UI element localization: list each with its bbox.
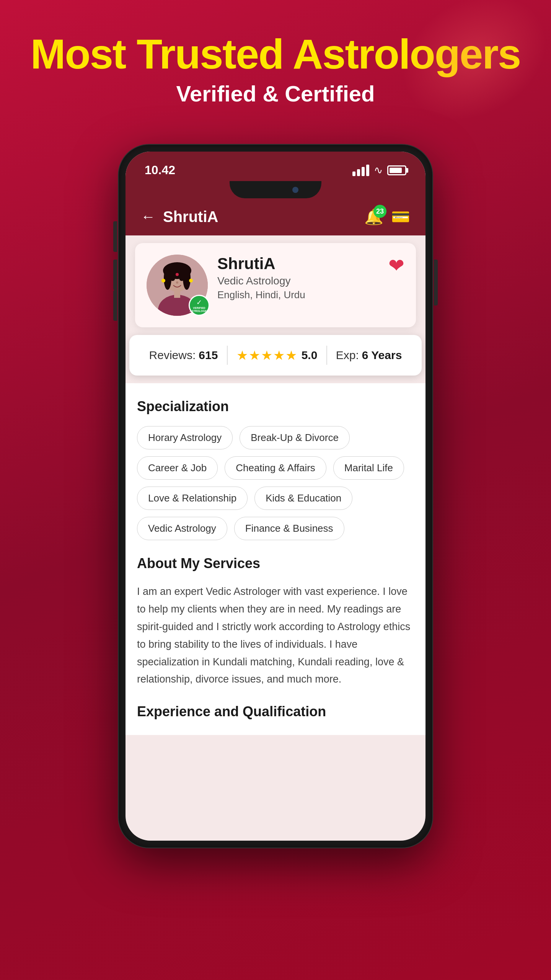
profile-info: ShrutiA Vedic Astrology English, Hindi, … bbox=[217, 255, 404, 301]
status-bar: 10.42 ∿ bbox=[126, 152, 425, 185]
phone-notch bbox=[230, 181, 321, 198]
astrologer-languages: English, Hindi, Urdu bbox=[217, 289, 305, 301]
svg-point-11 bbox=[161, 279, 165, 283]
hero-subtitle: Verified & Certified bbox=[0, 81, 551, 106]
svg-point-5 bbox=[183, 267, 191, 290]
tag-horary[interactable]: Horary Astrology bbox=[137, 426, 233, 449]
tag-career[interactable]: Career & Job bbox=[137, 456, 218, 480]
status-time: 10.42 bbox=[145, 163, 175, 177]
header-right: 🔔 23 💳 bbox=[364, 208, 410, 226]
exp-label: Exp: bbox=[336, 349, 359, 362]
wifi-icon: ∿ bbox=[374, 164, 383, 176]
svg-point-6 bbox=[176, 273, 179, 276]
star-rating: ★★★★★ bbox=[236, 348, 298, 363]
status-icons: ∿ bbox=[352, 164, 406, 176]
notification-badge: 23 bbox=[373, 205, 386, 218]
content-area: Specialization Horary Astrology Break-Up… bbox=[126, 383, 425, 735]
about-section: About My Services I am an expert Vedic A… bbox=[137, 555, 414, 688]
tag-cheating[interactable]: Cheating & Affairs bbox=[225, 456, 326, 480]
divider bbox=[227, 346, 228, 365]
signal-icon bbox=[352, 165, 369, 176]
tag-love[interactable]: Love & Relationship bbox=[137, 487, 248, 510]
phone-screen: 10.42 ∿ ← bbox=[126, 152, 425, 841]
svg-rect-10 bbox=[174, 290, 180, 298]
back-button[interactable]: ← bbox=[141, 209, 155, 225]
about-title: About My Services bbox=[137, 555, 414, 572]
reviews-section: Reviews: 615 bbox=[149, 349, 218, 362]
tag-marital[interactable]: Marital Life bbox=[333, 456, 404, 480]
about-text: I am an expert Vedic Astrologer with vas… bbox=[137, 583, 414, 688]
divider-2 bbox=[326, 346, 327, 365]
reviews-bar: Reviews: 615 ★★★★★ 5.0 Exp: 6 Years bbox=[129, 335, 422, 376]
wallet-icon[interactable]: 💳 bbox=[391, 208, 410, 226]
tag-kids[interactable]: Kids & Education bbox=[254, 487, 352, 510]
phone-frame: 10.42 ∿ ← bbox=[119, 145, 432, 848]
hero-title: Most Trusted Astrologers bbox=[0, 31, 551, 77]
rating-section: ★★★★★ 5.0 bbox=[236, 348, 318, 363]
svg-point-4 bbox=[164, 267, 171, 290]
experience-section: Exp: 6 Years bbox=[336, 349, 402, 362]
app-header: ← ShrutiA 🔔 23 💳 bbox=[126, 200, 425, 235]
header-title: ShrutiA bbox=[163, 208, 218, 225]
tag-vedic[interactable]: Vedic Astrology bbox=[137, 517, 227, 540]
specialization-tags: Horary Astrology Break-Up & Divorce Care… bbox=[137, 426, 414, 540]
profile-avatar: ✓ VERIFIEDASTROLOGER bbox=[147, 255, 208, 316]
verified-badge: ✓ VERIFIEDASTROLOGER bbox=[189, 295, 210, 316]
header-left: ← ShrutiA bbox=[141, 208, 218, 225]
notification-button[interactable]: 🔔 23 bbox=[364, 208, 383, 226]
exp-value: 6 Years bbox=[362, 349, 402, 362]
svg-point-7 bbox=[170, 277, 175, 281]
astrologer-specialty: Vedic Astrology bbox=[217, 275, 305, 287]
heart-icon: ❤ bbox=[388, 255, 404, 276]
experience-title: Experience and Qualification bbox=[137, 704, 414, 720]
specialization-title: Specialization bbox=[137, 399, 414, 415]
svg-point-12 bbox=[189, 279, 193, 283]
tag-finance[interactable]: Finance & Business bbox=[234, 517, 344, 540]
favorite-button[interactable]: ❤ bbox=[388, 255, 404, 277]
astrologer-name: ShrutiA bbox=[217, 255, 305, 273]
hero-section: Most Trusted Astrologers Verified & Cert… bbox=[0, 0, 551, 114]
svg-point-8 bbox=[179, 277, 184, 281]
phone-mockup: 10.42 ∿ ← bbox=[0, 145, 551, 848]
battery-icon bbox=[387, 165, 406, 175]
camera-dot bbox=[292, 187, 298, 193]
reviews-count: 615 bbox=[199, 349, 218, 362]
profile-card: ✓ VERIFIEDASTROLOGER ShrutiA Vedic Astro… bbox=[135, 243, 416, 327]
reviews-label: Reviews: bbox=[149, 349, 196, 362]
tag-breakup[interactable]: Break-Up & Divorce bbox=[240, 426, 350, 449]
rating-number: 5.0 bbox=[302, 349, 318, 362]
svg-point-9 bbox=[176, 281, 178, 284]
